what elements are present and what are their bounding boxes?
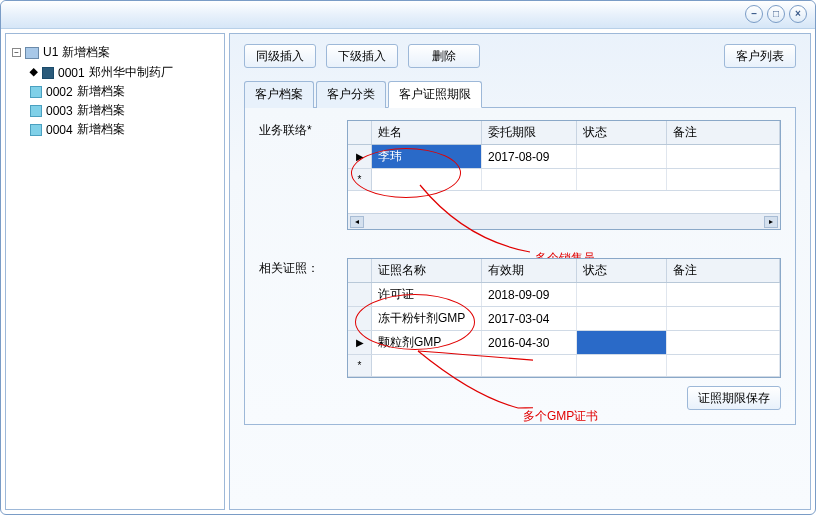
- cell-remark[interactable]: [667, 145, 780, 168]
- grid-scrollbar[interactable]: ◂ ▸: [348, 213, 780, 229]
- child-level-insert-button[interactable]: 下级插入: [326, 44, 398, 68]
- cell-cert[interactable]: 许可证: [372, 283, 482, 306]
- cell-entrust[interactable]: 2017-08-09: [482, 145, 577, 168]
- scroll-left-icon[interactable]: ◂: [350, 216, 364, 228]
- contact-label: 业务联络*: [259, 120, 347, 139]
- cell-name[interactable]: 李玮: [372, 145, 482, 168]
- new-row-icon: *: [348, 169, 372, 190]
- doc-icon: [30, 105, 42, 117]
- row-indicator-icon: [348, 283, 372, 306]
- new-row-icon: *: [348, 355, 372, 376]
- tree-item-label: 新增档案: [77, 121, 125, 138]
- content-area: − U1 新增档案 0001 郑州华中制药厂 0002 新增档案: [1, 29, 815, 514]
- cell-status[interactable]: [577, 169, 667, 190]
- col-name[interactable]: 姓名: [372, 121, 482, 144]
- table-row-new[interactable]: *: [348, 169, 780, 191]
- cert-label: 相关证照：: [259, 258, 347, 277]
- tree-collapse-icon[interactable]: −: [12, 48, 21, 57]
- window-controls: – □ ×: [745, 5, 807, 23]
- cell-status[interactable]: [577, 283, 667, 306]
- cell-status[interactable]: [577, 331, 667, 354]
- tree-item-code: 0002: [46, 85, 73, 99]
- tree-item-label: 新增档案: [77, 102, 125, 119]
- close-button[interactable]: ×: [789, 5, 807, 23]
- cell-remark[interactable]: [667, 331, 780, 354]
- tab-cert-period[interactable]: 客户证照期限: [388, 81, 482, 108]
- cell-entrust[interactable]: [482, 169, 577, 190]
- cell-valid[interactable]: 2018-09-09: [482, 283, 577, 306]
- cell-remark[interactable]: [667, 169, 780, 190]
- cell-cert[interactable]: [372, 355, 482, 376]
- contact-grid-header: 姓名 委托期限 状态 备注: [348, 121, 780, 145]
- annotation-multi-gmp: 多个GMP证书: [523, 408, 598, 425]
- tab-category[interactable]: 客户分类: [316, 81, 386, 108]
- tab-body: 业务联络* 姓名 委托期限 状态 备注 ▶ 李玮 2017-08-09: [244, 108, 796, 425]
- toolbar: 同级插入 下级插入 删除 客户列表: [244, 44, 796, 68]
- cell-remark[interactable]: [667, 283, 780, 306]
- col-entrust[interactable]: 委托期限: [482, 121, 577, 144]
- row-indicator-icon: ▶: [348, 145, 372, 168]
- table-row[interactable]: ▶ 颗粒剂GMP 2016-04-30: [348, 331, 780, 355]
- cell-cert[interactable]: 颗粒剂GMP: [372, 331, 482, 354]
- tree-item[interactable]: 0004 新增档案: [28, 120, 220, 139]
- cell-remark[interactable]: [667, 355, 780, 376]
- tree-item-code: 0001: [58, 66, 85, 80]
- scroll-right-icon[interactable]: ▸: [764, 216, 778, 228]
- tree-children: 0001 郑州华中制药厂 0002 新增档案 0003 新增档案 0004 新增…: [28, 63, 220, 139]
- cert-section: 相关证照： 证照名称 有效期 状态 备注 许可证 2018-09-09: [259, 258, 781, 378]
- row-indicator-icon: ▶: [348, 331, 372, 354]
- same-level-insert-button[interactable]: 同级插入: [244, 44, 316, 68]
- cell-remark[interactable]: [667, 307, 780, 330]
- save-row: 证照期限保存: [259, 386, 781, 410]
- cell-status[interactable]: [577, 145, 667, 168]
- tree-item-label: 新增档案: [77, 83, 125, 100]
- delete-button[interactable]: 删除: [408, 44, 480, 68]
- sidebar-tree: − U1 新增档案 0001 郑州华中制药厂 0002 新增档案: [5, 33, 225, 510]
- cell-status[interactable]: [577, 307, 667, 330]
- doc-icon: [30, 86, 42, 98]
- title-bar: – □ ×: [1, 1, 815, 29]
- col-remark[interactable]: 备注: [667, 121, 780, 144]
- cell-valid[interactable]: [482, 355, 577, 376]
- col-valid[interactable]: 有效期: [482, 259, 577, 282]
- col-remark[interactable]: 备注: [667, 259, 780, 282]
- doc-icon: [30, 124, 42, 136]
- tree-item[interactable]: 0001 郑州华中制药厂: [28, 63, 220, 82]
- folder-icon: [25, 47, 39, 59]
- row-indicator-icon: [348, 307, 372, 330]
- col-cert[interactable]: 证照名称: [372, 259, 482, 282]
- minimize-button[interactable]: –: [745, 5, 763, 23]
- customer-list-button[interactable]: 客户列表: [724, 44, 796, 68]
- table-row-new[interactable]: *: [348, 355, 780, 377]
- tree-root[interactable]: − U1 新增档案: [10, 42, 220, 63]
- save-cert-period-button[interactable]: 证照期限保存: [687, 386, 781, 410]
- cell-valid[interactable]: 2016-04-30: [482, 331, 577, 354]
- bullet-icon: [29, 68, 37, 76]
- tree-item[interactable]: 0003 新增档案: [28, 101, 220, 120]
- cell-name[interactable]: [372, 169, 482, 190]
- cert-grid-header: 证照名称 有效期 状态 备注: [348, 259, 780, 283]
- cell-status[interactable]: [577, 355, 667, 376]
- doc-icon: [42, 67, 54, 79]
- col-status[interactable]: 状态: [577, 121, 667, 144]
- table-row[interactable]: 冻干粉针剂GMP 2017-03-04: [348, 307, 780, 331]
- contact-grid: 姓名 委托期限 状态 备注 ▶ 李玮 2017-08-09: [347, 120, 781, 230]
- tree-item[interactable]: 0002 新增档案: [28, 82, 220, 101]
- maximize-button[interactable]: □: [767, 5, 785, 23]
- tree-item-label: 郑州华中制药厂: [89, 64, 173, 81]
- tree-item-code: 0004: [46, 123, 73, 137]
- tab-strip: 客户档案 客户分类 客户证照期限: [244, 80, 796, 108]
- cell-cert[interactable]: 冻干粉针剂GMP: [372, 307, 482, 330]
- tab-profile[interactable]: 客户档案: [244, 81, 314, 108]
- table-row[interactable]: ▶ 李玮 2017-08-09: [348, 145, 780, 169]
- main-panel: 同级插入 下级插入 删除 客户列表 客户档案 客户分类 客户证照期限 业务联络*: [229, 33, 811, 510]
- cert-grid: 证照名称 有效期 状态 备注 许可证 2018-09-09: [347, 258, 781, 378]
- table-row[interactable]: 许可证 2018-09-09: [348, 283, 780, 307]
- app-window: – □ × − U1 新增档案 0001 郑州华中制药厂 0: [0, 0, 816, 515]
- contact-section: 业务联络* 姓名 委托期限 状态 备注 ▶ 李玮 2017-08-09: [259, 120, 781, 230]
- tree-root-label: U1 新增档案: [43, 44, 110, 61]
- cell-valid[interactable]: 2017-03-04: [482, 307, 577, 330]
- col-status[interactable]: 状态: [577, 259, 667, 282]
- tree-item-code: 0003: [46, 104, 73, 118]
